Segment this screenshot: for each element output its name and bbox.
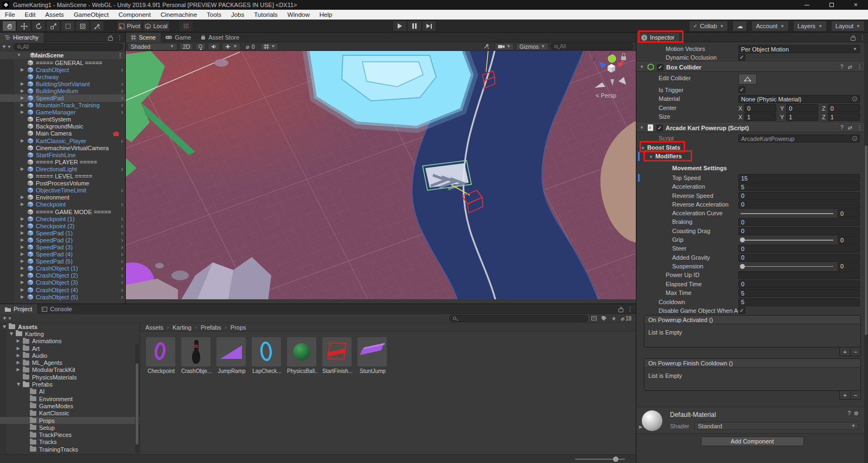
tab-scene[interactable]: Scene <box>126 33 161 42</box>
menu-item[interactable]: File <box>0 10 20 20</box>
expand-arrow-icon[interactable]: ▶ <box>16 382 21 387</box>
tab-inspector[interactable]: i Inspector <box>636 33 679 42</box>
menu-item[interactable]: Tutorials <box>249 10 283 20</box>
prefab-open-chevron-icon[interactable]: › <box>121 187 123 194</box>
gear-icon[interactable]: ⚙ <box>854 410 859 416</box>
field-value-input[interactable]: 0 <box>738 192 860 200</box>
hierarchy-row[interactable]: ▶ ===== LEVEL ===== › <box>0 173 125 180</box>
hierarchy-row[interactable]: ▶ BuildingMedium › <box>0 87 125 94</box>
field-slider[interactable] <box>741 266 833 267</box>
expand-arrow-icon[interactable]: ▶ <box>20 89 25 93</box>
project-tree-row[interactable]: ▶ TrackPieces <box>0 431 139 438</box>
local-toggle-button[interactable]: Local <box>143 21 169 31</box>
box-collider-header[interactable]: ▼ ✓ Box Collider ?⇄⋮ <box>636 62 868 72</box>
lighting-toggle-icon[interactable] <box>195 43 206 50</box>
prefab-open-chevron-icon[interactable]: › <box>121 67 123 73</box>
asset-tile[interactable]: Checkpoint <box>146 337 176 374</box>
axis-y-label[interactable]: y <box>609 51 612 56</box>
prefab-open-chevron-icon[interactable]: › <box>121 258 123 265</box>
boost-stats-foldout[interactable]: ▼Boost Stats <box>641 144 680 151</box>
effects-dropdown[interactable]: ▼ <box>222 43 240 50</box>
expand-arrow-icon[interactable]: ▶ <box>20 266 25 271</box>
field-value-input[interactable]: 0 <box>738 227 860 235</box>
hierarchy-row[interactable]: ▶ CinemachineVirtualCamera › <box>0 144 125 151</box>
hierarchy-search[interactable] <box>14 43 123 50</box>
cooldown-input[interactable]: 5 <box>738 298 860 306</box>
expand-arrow-icon[interactable]: ▶ <box>20 252 25 256</box>
hierarchy-row[interactable]: ▶ DirectionalLight › <box>0 165 125 172</box>
edit-collider-button[interactable] <box>738 74 757 85</box>
hierarchy-row[interactable]: ▶ Checkpoint › <box>0 201 125 208</box>
prefab-open-chevron-icon[interactable]: › <box>121 201 123 208</box>
prefab-open-chevron-icon[interactable]: › <box>121 251 123 258</box>
asset-tile[interactable]: PhysicsBall... <box>287 337 317 374</box>
event-remove-button[interactable]: − <box>850 391 860 399</box>
hierarchy-row[interactable]: ▶ BackgroundMusic › <box>0 123 125 130</box>
menu-item[interactable]: Help <box>315 10 337 20</box>
asset-tile[interactable]: CrashObje... <box>181 337 212 374</box>
hierarchy-row[interactable]: ▶ SpeedPad (4) › <box>0 251 125 258</box>
prefab-open-chevron-icon[interactable]: › <box>121 237 123 243</box>
project-tree-row[interactable]: ▶ Assets <box>0 323 139 330</box>
expand-arrow-icon[interactable]: ▶ <box>20 224 25 228</box>
expand-arrow-icon[interactable]: ▶ <box>20 217 25 221</box>
move-tool-icon[interactable] <box>17 21 31 31</box>
component-enabled-checkbox[interactable]: ✓ <box>657 64 663 70</box>
slider-knob[interactable] <box>613 456 618 462</box>
physic-material-field[interactable]: None (Physic Material) <box>738 95 860 103</box>
component-enabled-checkbox[interactable]: ✓ <box>656 125 663 131</box>
prefab-open-chevron-icon[interactable]: › <box>121 272 123 279</box>
project-tree-row[interactable]: ▶ ModularTrackKit <box>0 366 139 374</box>
hierarchy-row[interactable]: ▶ Checkpoint (2) › <box>0 222 125 229</box>
expand-arrow-icon[interactable]: ▶ <box>16 361 21 365</box>
prefab-open-chevron-icon[interactable]: › <box>121 81 123 87</box>
scene-viewport[interactable]: y x z < Persp <box>126 51 636 299</box>
step-button[interactable] <box>422 21 436 31</box>
expand-arrow-icon[interactable]: ▶ <box>20 68 25 72</box>
expand-arrow-icon[interactable]: ▶ <box>20 231 25 235</box>
lock-icon[interactable] <box>108 37 113 41</box>
event-add-button[interactable]: + <box>840 391 850 399</box>
prefab-open-chevron-icon[interactable]: › <box>121 138 123 144</box>
expand-arrow-icon[interactable]: ▶ <box>9 331 14 336</box>
expand-arrow-icon[interactable]: ▼ <box>16 53 22 57</box>
prefab-open-chevron-icon[interactable]: › <box>121 279 123 286</box>
axis-z-label[interactable]: z <box>592 56 595 62</box>
expand-arrow-icon[interactable]: ▶ <box>639 425 642 429</box>
tab-project[interactable]: Project <box>0 304 37 314</box>
menu-item[interactable]: Jobs <box>226 10 249 20</box>
hierarchy-search-input[interactable] <box>23 44 119 50</box>
kebab-icon[interactable]: ⋮ <box>859 35 865 41</box>
expand-arrow-icon[interactable]: ▶ <box>20 110 25 114</box>
scene-hidden-count[interactable]: ⌀0 <box>242 43 258 50</box>
hierarchy-row[interactable]: ▶ KartClassic_Player › <box>0 137 125 144</box>
tab-game[interactable]: Game <box>161 33 196 42</box>
shader-dropdown[interactable]: Standard▼ <box>694 422 859 430</box>
grid-visibility-dropdown[interactable]: ▼ <box>260 43 279 50</box>
scene-search[interactable] <box>551 43 633 50</box>
expand-arrow-icon[interactable]: ▶ <box>16 353 21 358</box>
hierarchy-row[interactable]: ▶ SpeedPad (2) › <box>0 236 125 243</box>
prefab-open-chevron-icon[interactable]: › <box>121 166 123 172</box>
kebab-icon[interactable]: ⋮ <box>117 35 123 41</box>
layers-dropdown[interactable]: Layers▼ <box>793 21 827 31</box>
tab-asset-store[interactable]: Asset Store <box>196 33 244 42</box>
expand-arrow-icon[interactable]: ▶ <box>16 339 21 343</box>
hierarchy-row[interactable]: ▶ ===== PLAYER ===== › <box>0 158 125 165</box>
expand-arrow-icon[interactable]: ▶ <box>20 238 25 242</box>
minimize-button[interactable] <box>795 0 819 10</box>
modifiers-foldout[interactable]: ▼Modifiers <box>649 153 682 159</box>
project-tree-row[interactable]: ▶ Art <box>0 345 139 352</box>
project-tree-row[interactable]: ▶ KartClassic <box>0 410 139 417</box>
scale-tool-icon[interactable] <box>46 21 60 31</box>
project-tree-row[interactable]: ▶ AI <box>0 388 139 395</box>
asset-tile[interactable]: StartFinish... <box>322 337 353 374</box>
scrollbar-thumb[interactable] <box>136 363 138 445</box>
lock-icon[interactable] <box>618 308 623 312</box>
hierarchy-row[interactable]: ▶ BuildingShortVariant › <box>0 80 125 87</box>
search-by-type-icon[interactable] <box>591 316 597 320</box>
menu-item[interactable]: Window <box>283 10 315 20</box>
hierarchy-row[interactable]: ▶ ObjectiveTimeLimit › <box>0 187 125 194</box>
expand-arrow-icon[interactable]: ▶ <box>20 245 25 249</box>
scrollbar-thumb[interactable] <box>865 145 867 335</box>
